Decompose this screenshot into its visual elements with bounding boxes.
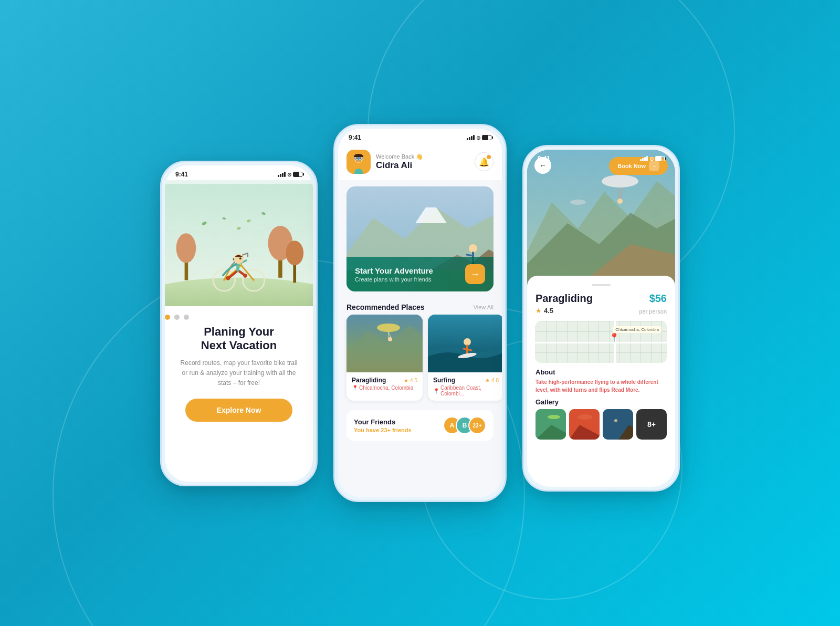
status-icons-1: ⊙ bbox=[278, 172, 302, 178]
map-location-label: Chicamocha, Colombia bbox=[613, 326, 662, 333]
surfing-name: Surfing bbox=[433, 377, 455, 384]
star-icon: ★ bbox=[536, 307, 542, 315]
signal-icon-1 bbox=[278, 172, 286, 177]
map-pin: 📍 bbox=[609, 332, 620, 342]
gallery-thumb-2[interactable] bbox=[569, 409, 600, 440]
svg-point-64 bbox=[464, 338, 471, 346]
surfing-rating: ★ 4.8 bbox=[485, 378, 499, 383]
friends-subtitle: You have 23+ friends bbox=[354, 427, 412, 433]
explore-now-button[interactable]: Explore Now bbox=[185, 399, 293, 422]
friends-info: Your Friends You have 23+ friends bbox=[354, 418, 412, 433]
battery-icon-1 bbox=[293, 172, 302, 177]
gallery-thumb-1[interactable] bbox=[536, 409, 566, 440]
recommended-section-header: Recommended Places View All bbox=[338, 298, 502, 315]
friends-avatars: A B 23+ bbox=[448, 416, 486, 434]
svg-point-7 bbox=[176, 233, 196, 263]
gallery-title: Gallery bbox=[536, 398, 667, 406]
svg-point-48 bbox=[469, 244, 477, 253]
hero-adventure-card[interactable]: Start Your Adventure Create plans with y… bbox=[346, 186, 494, 291]
friends-count-badge: 23+ bbox=[468, 416, 486, 434]
read-more-link[interactable]: Read More. bbox=[611, 387, 639, 393]
phone-detail: 9:41 ⊙ bbox=[522, 145, 680, 492]
svg-point-33 bbox=[243, 274, 247, 278]
hero-text: Start Your Adventure Create plans with y… bbox=[355, 266, 433, 283]
svg-point-37 bbox=[360, 158, 361, 159]
recommended-label: Recommended Places bbox=[346, 303, 425, 311]
svg-point-72 bbox=[602, 175, 638, 187]
svg-point-59 bbox=[377, 324, 400, 332]
welcome-text: Welcome Back 👋 bbox=[376, 153, 423, 160]
svg-point-36 bbox=[356, 158, 358, 159]
detail-rating: ★ 4.5 bbox=[536, 307, 553, 315]
detail-activity-title: Paragliding bbox=[536, 293, 593, 305]
paragliding-location: 📍Chicamocha, Colombia bbox=[352, 385, 417, 391]
svg-point-5 bbox=[286, 241, 303, 265]
gallery-section: Gallery bbox=[536, 398, 667, 440]
onboarding-title: Planing Your Next Vacation bbox=[177, 325, 300, 353]
battery-icon-2 bbox=[482, 135, 491, 140]
wifi-icon-1: ⊙ bbox=[287, 172, 291, 178]
rating-value: 4.5 bbox=[544, 307, 553, 315]
place-card-surfing[interactable]: Surfing ★ 4.8 📍Caribbean Coast, Colombi.… bbox=[428, 315, 502, 401]
gallery-row: 8+ bbox=[536, 409, 667, 440]
detail-title-row: Paragliding $56 bbox=[536, 293, 667, 305]
gallery-more-count[interactable]: 8+ bbox=[636, 409, 667, 440]
place-card-paragliding[interactable]: Paragliding ★ 4.5 📍Chicamocha, Colombia bbox=[346, 315, 423, 401]
hero-arrow-btn[interactable]: → bbox=[465, 264, 485, 284]
status-icons-3: ⊙ bbox=[640, 156, 665, 162]
dot-1 bbox=[165, 315, 170, 320]
notification-dot bbox=[487, 155, 491, 159]
about-section: About Take high-performance flying to a … bbox=[536, 368, 667, 394]
dot-3 bbox=[184, 315, 189, 320]
svg-point-86 bbox=[614, 419, 617, 422]
wifi-icon-2: ⊙ bbox=[476, 135, 480, 141]
surfing-location: 📍Caribbean Coast, Colombi... bbox=[433, 385, 499, 397]
view-all-link[interactable]: View All bbox=[474, 304, 494, 310]
places-row: Paragliding ★ 4.5 📍Chicamocha, Colombia bbox=[338, 315, 502, 406]
map-road-horizontal bbox=[536, 342, 667, 343]
friends-section: Your Friends You have 23+ friends A B 23… bbox=[346, 410, 494, 441]
surfing-info: Surfing ★ 4.8 📍Caribbean Coast, Colombi.… bbox=[428, 372, 502, 401]
gallery-thumb-3[interactable] bbox=[603, 409, 633, 440]
user-info: Welcome Back 👋 Cidra Ali bbox=[376, 153, 423, 171]
onboarding-dots bbox=[165, 315, 313, 320]
per-person-label: per person bbox=[639, 308, 667, 315]
svg-point-1 bbox=[165, 278, 313, 306]
handle bbox=[592, 284, 611, 286]
time-1: 9:41 bbox=[175, 171, 188, 178]
svg-point-77 bbox=[570, 200, 586, 205]
phone-home: 9:41 ⊙ bbox=[333, 124, 507, 502]
status-bar-3: 9:41 ⊙ bbox=[527, 150, 675, 164]
paragliding-info: Paragliding ★ 4.5 📍Chicamocha, Colombia bbox=[346, 372, 423, 395]
paragliding-rating: ★ 4.5 bbox=[404, 378, 417, 383]
hero-overlay: Start Your Adventure Create plans with y… bbox=[346, 257, 494, 291]
svg-point-31 bbox=[239, 257, 242, 259]
about-text: Take high-performance flying to a whole … bbox=[536, 378, 667, 394]
time-2: 9:41 bbox=[349, 134, 361, 141]
svg-point-82 bbox=[578, 414, 592, 420]
user-name: Cidra Ali bbox=[376, 160, 423, 171]
status-bar-1: 9:41 ⊙ bbox=[165, 165, 313, 180]
phone-onboarding: 9:41 ⊙ bbox=[160, 161, 318, 486]
svg-point-32 bbox=[226, 276, 230, 280]
notification-bell[interactable]: 🔔 bbox=[475, 152, 494, 171]
onboarding-text: Planing Your Next Vacation Record routes… bbox=[165, 325, 313, 432]
svg-point-79 bbox=[548, 415, 560, 419]
battery-icon-3 bbox=[655, 156, 665, 161]
about-title: About bbox=[536, 368, 667, 376]
paragliding-image bbox=[346, 315, 423, 372]
signal-icon-2 bbox=[467, 135, 475, 140]
hero-title: Start Your Adventure bbox=[355, 266, 433, 275]
detail-price: $56 bbox=[649, 293, 667, 305]
detail-hero-image: ← Book Now → bbox=[527, 150, 675, 286]
paragliding-name: Paragliding bbox=[352, 377, 386, 384]
surfing-image bbox=[428, 315, 502, 372]
time-3: 9:41 bbox=[538, 155, 550, 162]
dot-2 bbox=[174, 315, 180, 320]
friends-label: Your Friends bbox=[354, 418, 412, 426]
home-header: Welcome Back 👋 Cidra Ali 🔔 bbox=[338, 143, 502, 180]
status-bar-2: 9:41 ⊙ bbox=[338, 129, 502, 143]
hero-subtitle: Create plans with your friends bbox=[355, 276, 433, 283]
user-avatar bbox=[346, 150, 371, 174]
detail-card: Paragliding $56 ★ 4.5 per person 📍 bbox=[527, 276, 675, 452]
